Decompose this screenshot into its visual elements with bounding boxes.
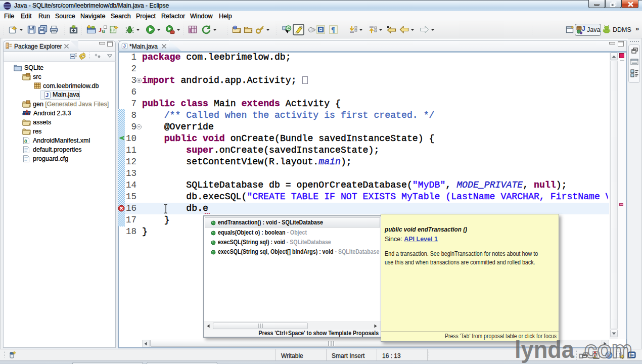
svg-text:J: J <box>45 92 49 98</box>
svg-text:J: J <box>582 25 585 32</box>
svg-text:J: J <box>123 43 125 49</box>
svg-text:lynda: lynda <box>515 336 574 363</box>
svg-text:.com: .com <box>578 336 632 363</box>
svg-text:¶: ¶ <box>331 26 335 34</box>
svg-text:a: a <box>24 138 27 144</box>
